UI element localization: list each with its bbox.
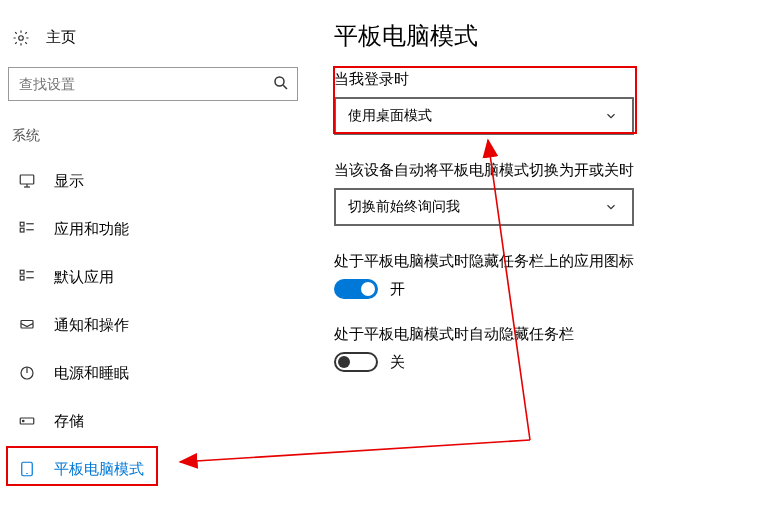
svg-point-18	[23, 420, 25, 422]
apps-icon	[18, 220, 36, 238]
svg-point-1	[275, 77, 284, 86]
sidebar-item-label: 平板电脑模式	[54, 460, 144, 479]
svg-point-0	[19, 35, 24, 40]
hide-taskbar-toggle[interactable]	[334, 352, 378, 372]
login-mode-label: 当我登录时	[334, 70, 725, 89]
storage-icon	[18, 412, 36, 430]
notification-icon	[18, 316, 36, 334]
svg-rect-6	[20, 222, 24, 226]
toggle-state-label: 开	[390, 280, 405, 299]
sidebar-item-tablet-mode[interactable]: 平板电脑模式	[8, 445, 300, 493]
switch-mode-dropdown[interactable]: 切换前始终询问我	[334, 188, 634, 226]
sidebar-item-label: 存储	[54, 412, 84, 431]
search-wrap	[8, 67, 298, 101]
sidebar-item-default-apps[interactable]: 默认应用	[8, 253, 300, 301]
chevron-down-icon	[602, 198, 620, 216]
dropdown-value: 切换前始终询问我	[348, 198, 460, 216]
sidebar-item-notifications[interactable]: 通知和操作	[8, 301, 300, 349]
power-icon	[18, 364, 36, 382]
hide-icons-label: 处于平板电脑模式时隐藏任务栏上的应用图标	[334, 252, 725, 271]
gear-icon	[12, 29, 30, 47]
search-icon[interactable]	[272, 74, 290, 92]
monitor-icon	[18, 172, 36, 190]
hide-icons-toggle[interactable]	[334, 279, 378, 299]
home-label: 主页	[46, 28, 76, 47]
svg-rect-12	[20, 276, 24, 280]
login-mode-dropdown[interactable]: 使用桌面模式	[334, 97, 634, 135]
main-panel: 平板电脑模式 当我登录时 使用桌面模式 当该设备自动将平板电脑模式切换为开或关时…	[300, 0, 765, 508]
chevron-down-icon	[602, 107, 620, 125]
svg-rect-3	[20, 175, 34, 184]
sidebar-item-power[interactable]: 电源和睡眠	[8, 349, 300, 397]
default-apps-icon	[18, 268, 36, 286]
svg-rect-10	[20, 270, 24, 274]
sidebar: 主页 系统 显示 应用和功能	[0, 0, 300, 508]
sidebar-item-apps[interactable]: 应用和功能	[8, 205, 300, 253]
home-row[interactable]: 主页	[8, 20, 300, 55]
svg-rect-7	[20, 228, 24, 232]
page-title: 平板电脑模式	[334, 20, 725, 52]
sidebar-item-display[interactable]: 显示	[8, 157, 300, 205]
sidebar-item-label: 应用和功能	[54, 220, 129, 239]
search-input[interactable]	[8, 67, 298, 101]
category-label: 系统	[8, 121, 300, 151]
tablet-icon	[18, 460, 36, 478]
sidebar-item-label: 显示	[54, 172, 84, 191]
hide-taskbar-label: 处于平板电脑模式时自动隐藏任务栏	[334, 325, 725, 344]
sidebar-item-label: 电源和睡眠	[54, 364, 129, 383]
sidebar-item-label: 默认应用	[54, 268, 114, 287]
switch-mode-label: 当该设备自动将平板电脑模式切换为开或关时	[334, 161, 725, 180]
toggle-state-label: 关	[390, 353, 405, 372]
svg-line-2	[283, 85, 287, 89]
sidebar-item-storage[interactable]: 存储	[8, 397, 300, 445]
sidebar-item-label: 通知和操作	[54, 316, 129, 335]
dropdown-value: 使用桌面模式	[348, 107, 432, 125]
